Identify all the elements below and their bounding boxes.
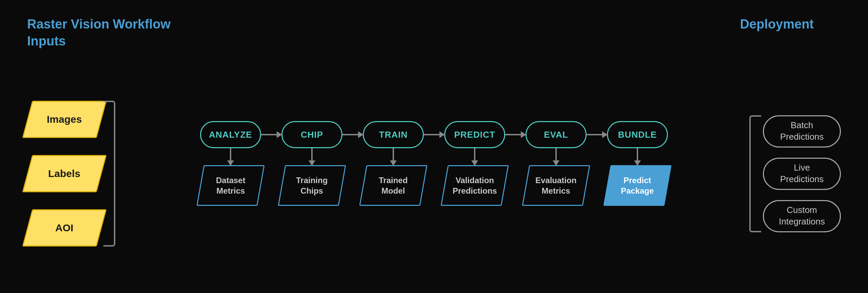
predict-node: PREDICT <box>444 121 505 148</box>
workflow-column: ANALYZE CHIP TRAIN PREDICT EVAL <box>149 121 719 206</box>
inputs-section: Images Labels AOI <box>27 101 102 247</box>
output-validation-predictions: Validation Predictions <box>440 165 509 206</box>
arrow-down-train <box>393 148 394 165</box>
input-aoi: AOI <box>22 209 106 247</box>
output-predict-package: Predict Package <box>603 165 671 206</box>
output-boxes-row: Dataset Metrics Training Chips Trained M… <box>200 165 668 206</box>
arrow-train-predict <box>424 134 444 135</box>
arrow-down-chip <box>311 148 313 165</box>
chip-node: CHIP <box>281 121 342 148</box>
arrow-eval-bundle <box>587 134 607 135</box>
arrow-predict-eval <box>505 134 526 135</box>
train-column: TRAIN <box>363 121 424 148</box>
bundle-node: BUNDLE <box>607 121 668 148</box>
train-node: TRAIN <box>363 121 424 148</box>
bundle-column: BUNDLE <box>607 121 668 148</box>
output-dataset-metrics: Dataset Metrics <box>196 165 264 206</box>
output-trained-model: Trained Model <box>359 165 427 206</box>
arrow-down-predict <box>474 148 475 165</box>
deploy-live-predictions: Live Predictions <box>763 158 841 190</box>
workflow-title: Raster Vision Workflow <box>27 17 171 32</box>
bracket-left <box>749 115 761 232</box>
chip-column: CHIP <box>281 121 342 148</box>
main-container: Inputs Raster Vision Workflow Deployment… <box>0 0 868 293</box>
predict-column: PREDICT <box>444 121 505 148</box>
input-images: Images <box>22 101 106 138</box>
deployment-column: Batch Predictions Live Predictions Custo… <box>719 95 841 232</box>
arrow-down-eval <box>555 148 557 165</box>
arrow-down-bundle <box>637 148 638 165</box>
arrow-down-analyze <box>230 148 231 165</box>
inputs-title: Inputs <box>27 34 66 48</box>
deployment-section: Batch Predictions Live Predictions Custo… <box>763 115 841 232</box>
deploy-custom-integrations: Custom Integrations <box>763 200 841 232</box>
deploy-batch-predictions: Batch Predictions <box>763 115 841 148</box>
arrow-chip-train <box>342 134 363 135</box>
input-labels: Labels <box>22 155 106 192</box>
output-evaluation-metrics: Evaluation Metrics <box>522 165 590 206</box>
bracket-right <box>103 101 115 247</box>
eval-node: EVAL <box>526 121 587 148</box>
analyze-node: ANALYZE <box>200 121 261 148</box>
arrows-down-row <box>200 148 668 165</box>
deployment-title: Deployment <box>740 17 814 32</box>
eval-column: EVAL <box>526 121 587 148</box>
arrow-analyze-chip <box>261 134 281 135</box>
analyze-column: ANALYZE <box>200 121 261 148</box>
pipeline-row: ANALYZE CHIP TRAIN PREDICT EVAL <box>200 121 668 148</box>
output-training-chips: Training Chips <box>278 165 346 206</box>
section-titles: Inputs Raster Vision Workflow Deployment <box>0 17 868 32</box>
inputs-column: Images Labels AOI <box>27 80 149 247</box>
